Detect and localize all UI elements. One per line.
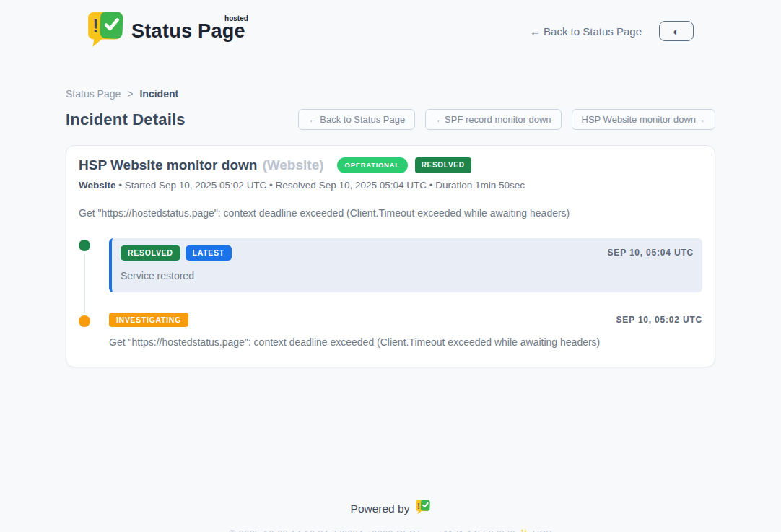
incident-component: (Website): [262, 157, 323, 173]
page-title: Incident Details: [66, 110, 186, 129]
header-back-link[interactable]: ← Back to Status Page: [530, 25, 642, 38]
incident-meta-details: • Started Sep 10, 2025 05:02 UTC • Resol…: [116, 180, 525, 191]
svg-text:!: !: [418, 502, 421, 510]
breadcrumb-current: Incident: [139, 88, 178, 100]
copyright-suffix: HSP: [533, 528, 552, 532]
breadcrumb: Status Page > Incident: [66, 88, 715, 100]
incident-description: Get "https://hostedstatus.page": context…: [79, 207, 702, 219]
timeline-message: Get "https://hostedstatus.page": context…: [109, 336, 702, 348]
brand-name: Status Page: [131, 20, 245, 42]
footer-brand-icon[interactable]: !: [415, 500, 430, 518]
prev-incident-button[interactable]: ←SPF record monitor down: [425, 109, 561, 130]
operational-badge: OPERATIONAL: [337, 157, 408, 173]
brand-speech-bubble-icon: !: [86, 12, 123, 51]
timeline-timestamp: SEP 10, 05:02 UTC: [616, 315, 702, 325]
timeline-latest-badge: LATEST: [186, 245, 232, 261]
half-circle-contrast-icon: ◐: [673, 26, 679, 37]
incident-card: HSP Website monitor down (Website) OPERA…: [66, 145, 715, 367]
timeline-dot-green: [79, 240, 90, 251]
incident-meta-component: Website: [79, 180, 116, 191]
breadcrumb-separator: >: [127, 88, 133, 100]
sparkle-icon: ✨: [518, 528, 529, 532]
powered-by-label: Powered by: [351, 502, 410, 515]
back-to-status-page-button[interactable]: ← Back to Status Page: [298, 109, 415, 130]
next-incident-button[interactable]: HSP Website monitor down→: [572, 109, 715, 130]
incident-nav-buttons: ← Back to Status Page ←SPF record monito…: [298, 109, 715, 130]
theme-toggle-button[interactable]: ◐: [659, 21, 694, 41]
timeline-message: Service restored: [121, 270, 694, 282]
incident-meta: Website • Started Sep 10, 2025 05:02 UTC…: [79, 180, 702, 191]
site-header: ! Status Page hosted ← Back to Status Pa…: [66, 0, 715, 51]
timeline-entry-resolved: RESOLVED LATEST SEP 10, 05:04 UTC Servic…: [79, 238, 702, 292]
incident-timeline: RESOLVED LATEST SEP 10, 05:04 UTC Servic…: [79, 238, 702, 348]
breadcrumb-root-link[interactable]: Status Page: [66, 88, 121, 100]
timeline-resolved-badge: RESOLVED: [121, 245, 180, 261]
copyright-text: © 2025-10-08 14:10:34.772084 +0200 CEST …: [229, 528, 515, 532]
timeline-latest-update-box: RESOLVED LATEST SEP 10, 05:04 UTC Servic…: [109, 238, 702, 292]
copyright-line: © 2025-10-08 14:10:34.772084 +0200 CEST …: [66, 528, 715, 532]
incident-title: HSP Website monitor down: [79, 157, 257, 173]
timeline-investigating-badge: INVESTIGATING: [109, 313, 188, 328]
page-footer: Powered by ! © 2025-10-08 14:10:34.77208…: [66, 500, 715, 532]
timeline-entry-investigating: INVESTIGATING SEP 10, 05:02 UTC Get "htt…: [79, 313, 702, 349]
timeline-dot-orange: [79, 315, 90, 327]
svg-text:!: !: [92, 16, 98, 36]
brand-logo[interactable]: ! Status Page hosted: [86, 12, 245, 51]
resolved-status-badge: RESOLVED: [415, 157, 471, 173]
main-content: Status Page > Incident Incident Details …: [66, 88, 715, 532]
brand-superscript: hosted: [224, 14, 248, 22]
timeline-timestamp: SEP 10, 05:04 UTC: [608, 248, 694, 258]
